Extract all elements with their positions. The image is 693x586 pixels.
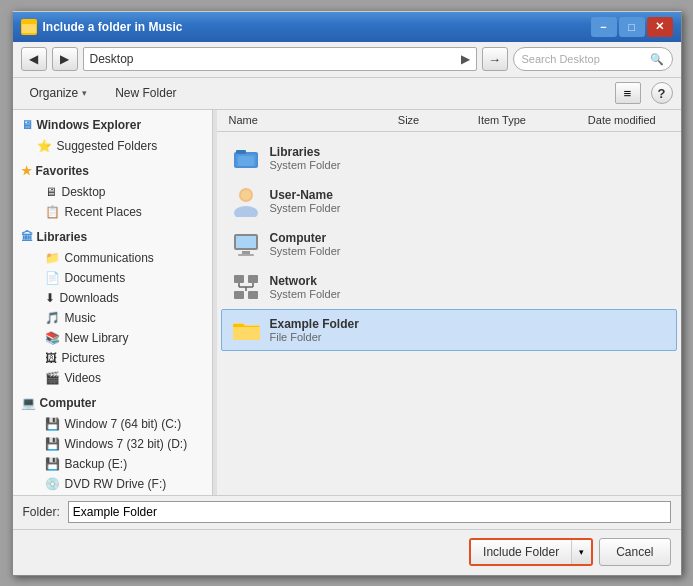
back-button[interactable]: ◀ bbox=[21, 47, 47, 71]
sidebar-item-recent-places[interactable]: 📋 Recent Places bbox=[13, 202, 212, 222]
nav-header-explorer[interactable]: 🖥 Windows Explorer bbox=[13, 114, 212, 136]
recent-icon: 📋 bbox=[45, 205, 60, 219]
go-button[interactable]: → bbox=[482, 47, 508, 71]
svg-rect-2 bbox=[236, 150, 246, 154]
svg-rect-13 bbox=[248, 275, 258, 283]
sidebar-item-win7-64[interactable]: 💾 Window 7 (64 bit) (C:) bbox=[13, 414, 212, 434]
col-date[interactable]: Date modified bbox=[584, 114, 673, 126]
dvd-icon: 💿 bbox=[45, 477, 60, 491]
sidebar-item-backup[interactable]: 💾 Backup (E:) bbox=[13, 454, 212, 474]
nav-favorites-label: Favorites bbox=[36, 164, 89, 178]
sidebar-item-communications[interactable]: 📁 Communications bbox=[13, 248, 212, 268]
address-location: Desktop bbox=[90, 52, 457, 66]
new-library-icon: 📚 bbox=[45, 331, 60, 345]
file-item-computer[interactable]: Computer System Folder bbox=[221, 223, 677, 265]
music-label: Music bbox=[65, 311, 96, 325]
title-controls: − □ ✕ bbox=[591, 17, 673, 37]
organize-arrow: ▾ bbox=[82, 88, 87, 98]
sidebar-item-dvd[interactable]: 💿 DVD RW Drive (F:) bbox=[13, 474, 212, 494]
nav-section-favorites: ★ Favorites 🖥 Desktop 📋 Recent Places bbox=[13, 160, 212, 222]
drive-c-icon: 💾 bbox=[45, 417, 60, 431]
documents-icon: 📄 bbox=[45, 271, 60, 285]
recent-label: Recent Places bbox=[65, 205, 142, 219]
suggested-folders-icon: ⭐ bbox=[37, 139, 52, 153]
example-folder-icon bbox=[230, 314, 262, 346]
sidebar-item-music[interactable]: 🎵 Music bbox=[13, 308, 212, 328]
window-icon bbox=[21, 19, 37, 35]
file-item-computer-sub: System Folder bbox=[270, 245, 668, 257]
file-item-network-info: Network System Folder bbox=[270, 274, 668, 300]
file-item-libraries[interactable]: Libraries System Folder bbox=[221, 137, 677, 179]
search-box[interactable]: Search Desktop 🔍 bbox=[513, 47, 673, 71]
col-size[interactable]: Size bbox=[394, 114, 474, 126]
nav-header-favorites[interactable]: ★ Favorites bbox=[13, 160, 212, 182]
nav-header-libraries[interactable]: 🏛 Libraries bbox=[13, 226, 212, 248]
maximize-button[interactable]: □ bbox=[619, 17, 645, 37]
computer-icon: 💻 bbox=[21, 396, 36, 410]
nav-pane: 🖥 Windows Explorer ⭐ Suggested Folders ★… bbox=[13, 110, 213, 495]
sidebar-item-downloads[interactable]: ⬇ Downloads bbox=[13, 288, 212, 308]
sidebar-item-documents[interactable]: 📄 Documents bbox=[13, 268, 212, 288]
folder-input[interactable] bbox=[68, 501, 671, 523]
libraries-file-icon bbox=[230, 142, 262, 174]
file-item-network-sub: System Folder bbox=[270, 288, 668, 300]
file-item-example-folder-sub: File Folder bbox=[270, 331, 668, 343]
desktop-icon: 🖥 bbox=[45, 185, 57, 199]
cancel-button[interactable]: Cancel bbox=[599, 538, 670, 566]
file-item-example-folder-info: Example Folder File Folder bbox=[270, 317, 668, 343]
view-icon: ≡ bbox=[624, 86, 632, 101]
sidebar-item-videos[interactable]: 🎬 Videos bbox=[13, 368, 212, 388]
svg-point-6 bbox=[234, 206, 258, 217]
view-button[interactable]: ≡ bbox=[615, 82, 641, 104]
svg-rect-14 bbox=[234, 291, 244, 299]
file-item-computer-name: Computer bbox=[270, 231, 668, 245]
libraries-icon: 🏛 bbox=[21, 230, 33, 244]
help-button[interactable]: ? bbox=[651, 82, 673, 104]
svg-rect-4 bbox=[236, 154, 256, 166]
folder-label: Folder: bbox=[23, 505, 60, 519]
nav-header-computer[interactable]: 💻 Computer bbox=[13, 392, 212, 414]
nav-libraries-label: Libraries bbox=[37, 230, 88, 244]
minimize-button[interactable]: − bbox=[591, 17, 617, 37]
include-folder-main-button[interactable]: Include Folder bbox=[471, 540, 571, 564]
svg-point-7 bbox=[241, 190, 251, 200]
organize-button[interactable]: Organize ▾ bbox=[21, 82, 97, 104]
new-folder-label: New Folder bbox=[115, 86, 176, 100]
downloads-label: Downloads bbox=[60, 291, 119, 305]
sidebar-item-suggested-folders[interactable]: ⭐ Suggested Folders bbox=[13, 136, 212, 156]
address-box[interactable]: Desktop ▶ bbox=[83, 47, 477, 71]
file-item-network[interactable]: Network System Folder bbox=[221, 266, 677, 308]
col-item-type[interactable]: Item Type bbox=[474, 114, 584, 126]
include-folder-button[interactable]: Include Folder ▾ bbox=[469, 538, 593, 566]
file-item-username[interactable]: User-Name System Folder bbox=[221, 180, 677, 222]
svg-rect-10 bbox=[242, 251, 250, 254]
downloads-icon: ⬇ bbox=[45, 291, 55, 305]
svg-rect-12 bbox=[234, 275, 244, 283]
forward-button[interactable]: ▶ bbox=[52, 47, 78, 71]
sidebar-item-pictures[interactable]: 🖼 Pictures bbox=[13, 348, 212, 368]
new-folder-button[interactable]: New Folder bbox=[106, 82, 185, 104]
drive-d-icon: 💾 bbox=[45, 437, 60, 451]
file-item-example-folder[interactable]: Example Folder File Folder bbox=[221, 309, 677, 351]
pictures-icon: 🖼 bbox=[45, 351, 57, 365]
file-item-computer-info: Computer System Folder bbox=[270, 231, 668, 257]
drive-e-label: Backup (E:) bbox=[65, 457, 128, 471]
content-pane: Name Size Item Type Date modified bbox=[217, 110, 681, 495]
file-item-libraries-sub: System Folder bbox=[270, 159, 668, 171]
sidebar-item-win7-32[interactable]: 💾 Windows 7 (32 bit) (D:) bbox=[13, 434, 212, 454]
dvd-label: DVD RW Drive (F:) bbox=[65, 477, 167, 491]
main-area: 🖥 Windows Explorer ⭐ Suggested Folders ★… bbox=[13, 110, 681, 495]
include-folder-dropdown[interactable]: ▾ bbox=[571, 540, 591, 564]
action-bar: Include Folder ▾ Cancel bbox=[13, 529, 681, 575]
videos-icon: 🎬 bbox=[45, 371, 60, 385]
file-item-network-name: Network bbox=[270, 274, 668, 288]
new-library-label: New Library bbox=[65, 331, 129, 345]
col-name[interactable]: Name bbox=[225, 114, 394, 126]
search-icon: 🔍 bbox=[650, 53, 664, 66]
sidebar-item-desktop[interactable]: 🖥 Desktop bbox=[13, 182, 212, 202]
drive-e-icon: 💾 bbox=[45, 457, 60, 471]
file-item-libraries-info: Libraries System Folder bbox=[270, 145, 668, 171]
close-button[interactable]: ✕ bbox=[647, 17, 673, 37]
sidebar-item-new-library[interactable]: 📚 New Library bbox=[13, 328, 212, 348]
file-item-username-info: User-Name System Folder bbox=[270, 188, 668, 214]
